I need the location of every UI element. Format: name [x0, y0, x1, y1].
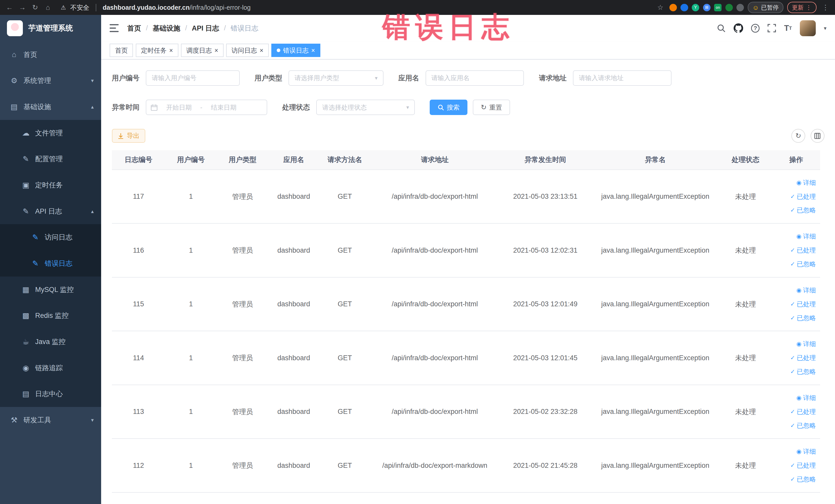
- log-id-cell: 116: [112, 246, 165, 255]
- start-date-input[interactable]: [160, 104, 198, 111]
- table-body: 117 1 管理员 dashboard GET /api/infra/db-do…: [112, 170, 820, 493]
- task-icon: ▣: [21, 181, 30, 189]
- extension-icon[interactable]: [680, 4, 688, 11]
- column-settings-button[interactable]: [811, 129, 824, 143]
- column-header: 请求方法名: [319, 155, 371, 164]
- document-icon: ✎: [31, 259, 40, 268]
- user-type-select[interactable]: 请选择用户类型 ▾: [288, 70, 383, 86]
- sidebar-item-file-management[interactable]: ☁ 文件管理: [0, 120, 101, 146]
- user-type-cell: 管理员: [217, 461, 268, 470]
- update-button[interactable]: 更新⋮: [787, 2, 816, 13]
- app-name-input[interactable]: [426, 70, 524, 86]
- sidebar-item-mysql-monitor[interactable]: ▦ MySQL 监控: [0, 277, 101, 303]
- tab-home[interactable]: 首页: [109, 44, 133, 57]
- fullscreen-icon[interactable]: [768, 24, 776, 32]
- detail-link[interactable]: ◉详细: [796, 337, 816, 351]
- detail-link[interactable]: ◉详细: [796, 283, 816, 297]
- extension-icon[interactable]: ⊞: [703, 4, 711, 11]
- browser-menu-icon[interactable]: ⋮: [820, 2, 831, 13]
- processed-link[interactable]: ✓已处理: [790, 297, 816, 311]
- browser-home-icon[interactable]: ⌂: [43, 2, 53, 13]
- extension-icon[interactable]: on: [714, 4, 721, 11]
- sidebar-item-scheduled-jobs[interactable]: ▣ 定时任务: [0, 172, 101, 198]
- close-icon[interactable]: ×: [214, 47, 218, 54]
- ignored-link[interactable]: ✓已忽略: [790, 203, 816, 217]
- browser-toolbar-right: ☆ Y ⊞ on ☺已暂停 更新⋮ ⋮: [655, 2, 831, 13]
- sidebar-item-log-center[interactable]: ▤ 日志中心: [0, 381, 101, 407]
- refresh-button[interactable]: ↻: [791, 129, 805, 143]
- sidebar-item-java-monitor[interactable]: ☕ Java 监控: [0, 329, 101, 355]
- sidebar-item-access-log[interactable]: ✎ 访问日志: [0, 224, 101, 250]
- security-label[interactable]: 不安全: [70, 3, 89, 12]
- tab-access-log[interactable]: 访问日志×: [226, 44, 269, 57]
- sidebar-item-dev-tools[interactable]: ⚒ 研发工具 ▾: [0, 407, 101, 433]
- detail-link[interactable]: ◉详细: [796, 176, 816, 190]
- status-cell: 未处理: [719, 353, 772, 363]
- reload-icon[interactable]: ↻: [30, 2, 40, 13]
- breadcrumb-home[interactable]: 首页: [127, 24, 141, 33]
- request-url-input[interactable]: [573, 70, 672, 86]
- address-bar[interactable]: dashboard.yudao.iocoder.cn/infra/log/api…: [103, 4, 653, 11]
- bookmark-star-icon[interactable]: ☆: [655, 2, 666, 13]
- processed-link[interactable]: ✓已处理: [790, 459, 816, 472]
- processed-link[interactable]: ✓已处理: [790, 405, 816, 419]
- log-id-cell: 113: [112, 408, 165, 416]
- tab-schedule-log[interactable]: 调度日志×: [181, 44, 224, 57]
- extension-icon[interactable]: [669, 4, 677, 11]
- breadcrumb-infrastructure[interactable]: 基础设施: [153, 24, 180, 33]
- sidebar-item-config-management[interactable]: ✎ 配置管理: [0, 146, 101, 172]
- export-button[interactable]: 导出: [112, 129, 145, 143]
- forward-icon[interactable]: →: [17, 2, 27, 13]
- avatar[interactable]: [800, 20, 816, 36]
- app-logo[interactable]: 芋道管理系统: [0, 15, 101, 42]
- processed-link[interactable]: ✓已处理: [790, 190, 816, 204]
- search-button[interactable]: 搜索: [430, 100, 467, 115]
- close-icon[interactable]: ×: [169, 47, 173, 54]
- detail-link[interactable]: ◉详细: [796, 391, 816, 405]
- user-id-input[interactable]: [146, 70, 240, 86]
- processed-link[interactable]: ✓已处理: [790, 243, 816, 257]
- ignored-link[interactable]: ✓已忽略: [790, 257, 816, 271]
- paused-badge[interactable]: ☺已暂停: [748, 2, 783, 13]
- ignored-link[interactable]: ✓已忽略: [790, 472, 816, 486]
- sidebar-item-redis-monitor[interactable]: ▩ Redis 监控: [0, 302, 101, 329]
- extension-icon[interactable]: [726, 4, 733, 11]
- process-status-select[interactable]: 请选择处理状态 ▾: [316, 100, 415, 115]
- end-date-input[interactable]: [205, 104, 243, 111]
- hamburger-icon[interactable]: [109, 24, 119, 32]
- help-icon[interactable]: ?: [751, 24, 759, 32]
- sidebar-item-trace[interactable]: ◉ 链路追踪: [0, 355, 101, 381]
- edit-icon: ✎: [21, 155, 30, 163]
- database-icon: ▦: [21, 285, 30, 294]
- eye-icon: ◉: [796, 283, 801, 297]
- close-icon[interactable]: ×: [311, 47, 315, 54]
- chevron-down-icon[interactable]: ▾: [824, 25, 827, 31]
- sidebar-item-home[interactable]: ⌂ 首页: [0, 42, 101, 68]
- sidebar-item-api-log[interactable]: ✎ API 日志 ▴: [0, 198, 101, 224]
- sidebar-item-system-management[interactable]: ⚙ 系统管理 ▾: [0, 67, 101, 94]
- app-name-cell: dashboard: [268, 300, 319, 308]
- sidebar-item-infrastructure[interactable]: ▤ 基础设施 ▴: [0, 94, 101, 120]
- breadcrumb-api-log[interactable]: API 日志: [192, 24, 219, 33]
- user-type-cell: 管理员: [217, 192, 268, 201]
- ignored-link[interactable]: ✓已忽略: [790, 365, 816, 379]
- sidebar-item-error-log[interactable]: ✎ 错误日志: [0, 250, 101, 277]
- close-icon[interactable]: ×: [260, 47, 264, 54]
- extension-icon[interactable]: Y: [692, 4, 699, 11]
- download-icon: [118, 133, 124, 139]
- tab-error-log[interactable]: 错误日志×: [271, 44, 320, 57]
- back-icon[interactable]: ←: [4, 2, 15, 13]
- search-icon[interactable]: [717, 24, 726, 32]
- url-path: /infra/log/api-error-log: [190, 4, 251, 11]
- detail-link[interactable]: ◉详细: [796, 229, 816, 243]
- reset-button[interactable]: ↻ 重置: [473, 100, 510, 115]
- extension-icon[interactable]: [736, 4, 744, 11]
- exception-time-range[interactable]: -: [146, 100, 267, 115]
- ignored-link[interactable]: ✓已忽略: [790, 419, 816, 432]
- detail-link[interactable]: ◉详细: [796, 445, 816, 459]
- github-icon[interactable]: [734, 23, 743, 33]
- processed-link[interactable]: ✓已处理: [790, 351, 816, 365]
- font-size-icon[interactable]: TT: [784, 24, 792, 33]
- ignored-link[interactable]: ✓已忽略: [790, 311, 816, 325]
- tab-scheduled-jobs[interactable]: 定时任务×: [136, 44, 178, 57]
